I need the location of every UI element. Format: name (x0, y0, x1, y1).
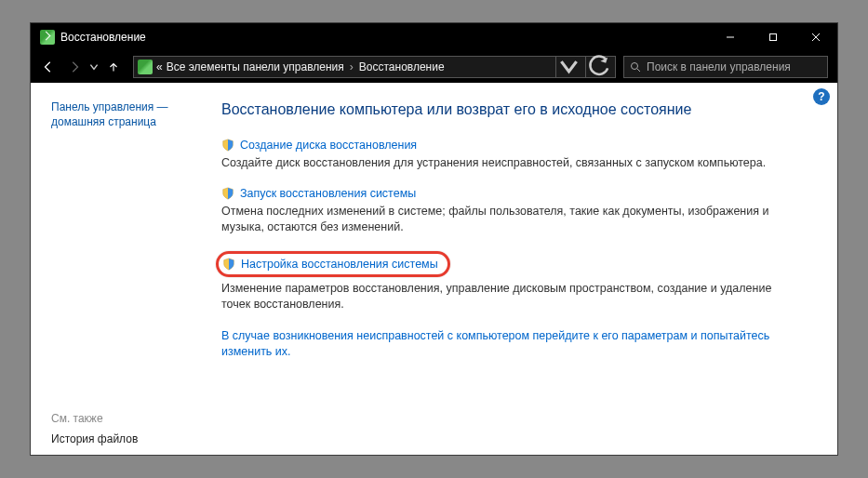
breadcrumb-root[interactable]: Все элементы панели управления (167, 60, 344, 73)
recent-locations-button[interactable] (88, 55, 100, 79)
search-icon (630, 61, 641, 73)
svg-line-5 (637, 69, 640, 72)
svg-rect-1 (770, 34, 777, 41)
configure-system-restore-link[interactable]: Настройка восстановления системы (241, 258, 438, 271)
maximize-button[interactable] (752, 23, 795, 51)
close-button[interactable] (795, 23, 837, 51)
create-recovery-drive-link[interactable]: Создание диска восстановления (240, 139, 417, 152)
window-controls (709, 23, 837, 51)
configure-system-restore-desc: Изменение параметров восстановления, упр… (221, 281, 789, 313)
page-title: Восстановление компьютера или возврат ег… (221, 101, 819, 118)
window-title: Восстановление (60, 31, 146, 44)
window: Восстановление « (30, 22, 838, 456)
forward-button[interactable] (62, 55, 87, 79)
option-create-recovery-drive: Создание диска восстановления Создайте д… (221, 139, 819, 172)
breadcrumb-prefix: « (156, 60, 163, 73)
nav-bar: « Все элементы панели управления › Восст… (31, 51, 837, 83)
run-system-restore-desc: Отмена последних изменений в системе; фа… (221, 204, 789, 236)
search-input[interactable]: Поиск в панели управления (623, 56, 828, 78)
sidebar: Панель управления — домашняя страница См… (31, 83, 212, 455)
address-bar[interactable]: « Все элементы панели управления › Восст… (133, 56, 616, 78)
create-recovery-drive-desc: Создайте диск восстановления для устране… (221, 155, 789, 172)
app-icon (40, 30, 55, 45)
back-button[interactable] (36, 55, 60, 79)
svg-point-4 (632, 62, 638, 69)
search-placeholder: Поиск в панели управления (647, 60, 791, 73)
breadcrumb-separator-icon: › (348, 60, 355, 73)
control-panel-home-link[interactable]: Панель управления — домашняя страница (51, 100, 205, 129)
breadcrumb-current[interactable]: Восстановление (359, 60, 445, 73)
minimize-button[interactable] (709, 23, 752, 51)
run-system-restore-link[interactable]: Запуск восстановления системы (240, 187, 416, 200)
see-also-heading: См. также (51, 412, 205, 425)
shield-icon (222, 258, 235, 271)
help-button[interactable]: ? (813, 88, 830, 105)
title-bar: Восстановление (31, 23, 837, 51)
control-panel-icon (138, 60, 153, 74)
shield-icon (221, 187, 234, 200)
option-configure-system-restore: Настройка восстановления системы Изменен… (221, 251, 819, 313)
up-button[interactable] (101, 55, 126, 79)
option-run-system-restore: Запуск восстановления системы Отмена пос… (221, 187, 819, 236)
shield-icon (221, 139, 234, 152)
content-area: Панель управления — домашняя страница См… (31, 83, 837, 455)
go-to-pc-settings-link[interactable]: В случае возникновения неисправностей с … (221, 328, 798, 361)
highlight-ring: Настройка восстановления системы (216, 251, 450, 277)
address-dropdown-button[interactable] (555, 56, 581, 78)
refresh-button[interactable] (585, 56, 611, 78)
file-history-link[interactable]: История файлов (51, 432, 205, 445)
main-panel: ? Восстановление компьютера или возврат … (212, 83, 837, 455)
